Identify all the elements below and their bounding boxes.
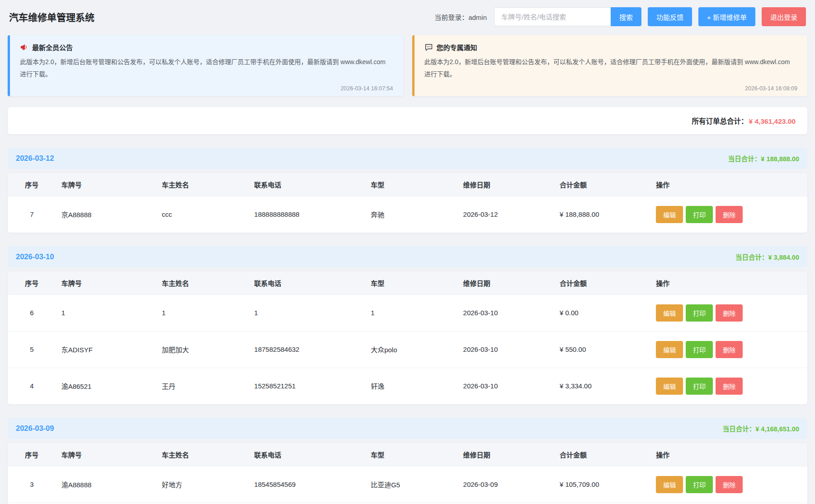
edit-button[interactable]: 编辑 [656,206,683,223]
orders-table-card: 序号车牌号车主姓名联系电话车型维修日期合计金额操作7京A88888ccc1888… [8,173,807,233]
table-row: 5东ADISYF加肥加大187582584632大众polo2026-03-10… [8,331,807,368]
column-header: 序号 [8,443,56,467]
column-header: 车牌号 [56,443,156,467]
cell-phone: 187582584632 [249,331,365,368]
cell-amount: ¥ 3,334.00 [554,368,650,404]
header-controls: 当前登录：admin 搜索 功能反馈 + 新增维修单 退出登录 [434,7,806,26]
cell-owner: 1 [156,294,249,331]
order-group: 2026-03-09当日合计：¥ 4,168,651.00序号车牌号车主姓名联系… [8,418,807,504]
cell-amount: ¥ 550.00 [554,331,650,368]
delete-button[interactable]: 删除 [716,476,743,493]
cell-repair-date: 2026-03-12 [458,196,554,233]
order-group: 2026-03-12当日合计：¥ 188,888.00序号车牌号车主姓名联系电话… [8,148,807,233]
announcement-title-row: 最新全员公告 [20,42,393,52]
current-login-text: 当前登录：admin [434,12,487,22]
cell-model: 比亚迪G5 [365,466,457,503]
cell-repair-date: 2026-03-09 [458,466,554,503]
print-button[interactable]: 打印 [686,206,713,223]
cell-actions: 编辑打印删除 [650,196,807,233]
orders-table: 序号车牌号车主姓名联系电话车型维修日期合计金额操作3渝A88888好地方1854… [8,443,807,504]
column-header: 车型 [365,443,457,467]
cell-amount: ¥ 105,709.00 [554,466,650,503]
table-row: 611112026-03-10¥ 0.00编辑打印删除 [8,294,807,331]
announcement-card: 最新全员公告 此版本为2.0，新增后台账号管理和公告发布，可以私发个人账号，适合… [8,35,403,96]
cell-amount: ¥ 188,888.00 [554,196,650,233]
cell-serial: 6 [8,294,56,331]
column-header: 联系电话 [249,443,365,467]
column-header: 合计金额 [554,443,650,467]
notice-row: 最新全员公告 此版本为2.0，新增后台账号管理和公告发布，可以私发个人账号，适合… [8,35,807,96]
column-header: 车主姓名 [156,443,249,467]
orders-table: 序号车牌号车主姓名联系电话车型维修日期合计金额操作7京A88888ccc1888… [8,173,807,233]
table-header-row: 序号车牌号车主姓名联系电话车型维修日期合计金额操作 [8,443,807,467]
group-header: 2026-03-12当日合计：¥ 188,888.00 [8,148,807,169]
column-header: 合计金额 [554,271,650,295]
personal-notice-title-row: 您的专属通知 [424,42,798,52]
add-repair-order-button[interactable]: + 新增维修单 [698,7,755,26]
cell-serial: 7 [8,196,56,233]
edit-button[interactable]: 编辑 [656,476,683,493]
speech-bubble-icon [424,43,433,51]
table-header-row: 序号车牌号车主姓名联系电话车型维修日期合计金额操作 [8,271,807,295]
cell-phone: 188888888888 [249,196,365,233]
search-button[interactable]: 搜索 [611,7,641,26]
group-day-total: 当日合计：¥ 4,168,651.00 [723,424,799,433]
logout-button[interactable]: 退出登录 [762,7,806,26]
table-row: 4渝A86521王丹15258521251轩逸2026-03-10¥ 3,334… [8,368,807,404]
delete-button[interactable]: 删除 [716,378,743,395]
delete-button[interactable]: 删除 [716,206,743,223]
grand-total-label: 所有订单总合计： [692,117,748,125]
print-button[interactable]: 打印 [686,476,713,493]
delete-button[interactable]: 删除 [716,304,743,322]
print-button[interactable]: 打印 [686,378,713,395]
edit-button[interactable]: 编辑 [656,341,683,358]
column-header: 维修日期 [458,443,554,467]
cell-owner: 好地方 [156,466,249,503]
grand-total-card: 所有订单总合计：¥ 4,361,423.00 [8,107,807,134]
cell-serial: 4 [8,368,56,404]
group-date: 2026-03-09 [16,424,54,433]
print-button[interactable]: 打印 [686,304,713,322]
order-groups: 2026-03-12当日合计：¥ 188,888.00序号车牌号车主姓名联系电话… [0,148,815,504]
cell-repair-date: 2026-03-10 [458,368,554,404]
grand-total-amount: ¥ 4,361,423.00 [749,117,796,125]
print-button[interactable]: 打印 [686,341,713,358]
cell-plate: 京A88888 [56,196,156,233]
actions-group: 编辑打印删除 [656,341,802,358]
column-header: 操作 [650,271,807,295]
orders-table: 序号车牌号车主姓名联系电话车型维修日期合计金额操作611112026-03-10… [8,271,807,404]
column-header: 维修日期 [458,173,554,196]
cell-repair-date: 2026-03-10 [458,331,554,368]
table-header-row: 序号车牌号车主姓名联系电话车型维修日期合计金额操作 [8,173,807,196]
cell-serial: 3 [8,466,56,503]
edit-button[interactable]: 编辑 [656,378,683,395]
column-header: 联系电话 [249,271,365,295]
announcement-timestamp: 2026-03-14 16:07:54 [20,85,393,92]
edit-button[interactable]: 编辑 [656,304,683,322]
column-header: 维修日期 [458,271,554,295]
cell-actions: 编辑打印删除 [650,368,807,404]
cell-model: 大众polo [365,331,457,368]
orders-table-card: 序号车牌号车主姓名联系电话车型维修日期合计金额操作3渝A88888好地方1854… [8,443,807,504]
table-row: 3渝A88888好地方18545854569比亚迪G52026-03-09¥ 1… [8,466,807,503]
group-date: 2026-03-12 [16,154,54,163]
delete-button[interactable]: 删除 [716,341,743,358]
table-row: 7京A88888ccc188888888888奔驰2026-03-12¥ 188… [8,196,807,233]
cell-owner: 加肥加大 [156,331,249,368]
feedback-button[interactable]: 功能反馈 [648,7,692,26]
personal-notice-body: 此版本为2.0，新增后台账号管理和公告发布，可以私发个人账号，适合修理厂员工带手… [424,56,798,81]
app-title: 汽车维修单管理系统 [9,10,94,23]
announcement-body: 此版本为2.0，新增后台账号管理和公告发布，可以私发个人账号，适合修理厂员工带手… [20,56,393,81]
column-header: 合计金额 [554,173,650,196]
actions-group: 编辑打印删除 [656,206,802,223]
column-header: 操作 [650,173,807,196]
search-input[interactable] [494,7,611,26]
personal-notice-timestamp: 2026-03-14 16:08:09 [424,85,798,92]
group-header: 2026-03-10当日合计：¥ 3,884.00 [8,246,807,267]
column-header: 序号 [8,173,56,196]
cell-actions: 编辑打印删除 [650,294,807,331]
actions-group: 编辑打印删除 [656,476,802,493]
personal-notice-card: 您的专属通知 此版本为2.0，新增后台账号管理和公告发布，可以私发个人账号，适合… [412,35,808,96]
cell-repair-date: 2026-03-10 [458,294,554,331]
actions-group: 编辑打印删除 [656,304,802,322]
